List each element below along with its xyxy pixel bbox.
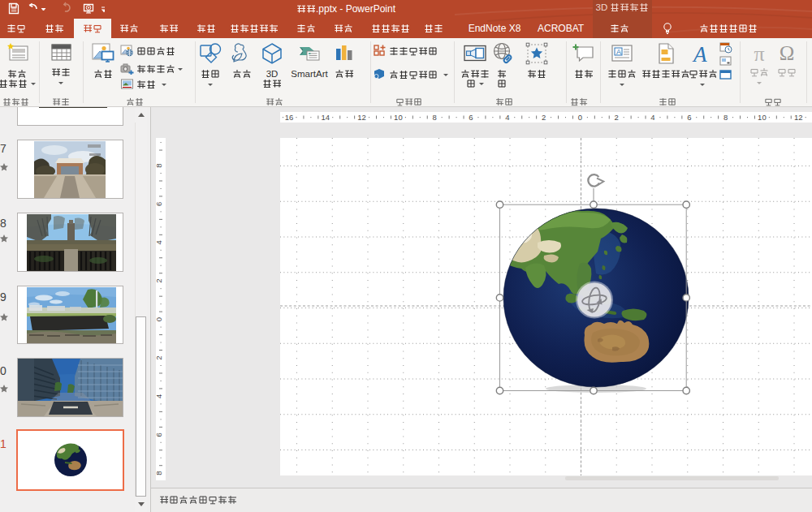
svg-text:A: A xyxy=(692,42,707,65)
svg-text:6: 6 xyxy=(156,432,163,437)
svg-text:2: 2 xyxy=(542,113,546,122)
svg-text:4: 4 xyxy=(156,394,163,398)
svg-text:6: 6 xyxy=(156,202,163,206)
svg-text:14: 14 xyxy=(322,113,330,122)
svg-text:6: 6 xyxy=(687,113,691,122)
svg-text:2: 2 xyxy=(156,355,163,359)
svg-text:4: 4 xyxy=(505,113,509,122)
svg-text:0: 0 xyxy=(578,113,582,122)
svg-text:10: 10 xyxy=(394,113,403,122)
svg-text:8: 8 xyxy=(156,471,163,475)
svg-text:10: 10 xyxy=(758,113,767,122)
svg-text:0: 0 xyxy=(156,317,163,321)
svg-text:8: 8 xyxy=(723,113,728,122)
svg-text:2: 2 xyxy=(156,279,163,283)
svg-text:2: 2 xyxy=(615,113,619,122)
svg-text:12: 12 xyxy=(357,113,366,122)
svg-text:8: 8 xyxy=(433,113,437,122)
svg-text:4: 4 xyxy=(650,113,654,122)
svg-text:12: 12 xyxy=(794,113,803,122)
svg-text:4: 4 xyxy=(156,240,163,244)
svg-text:16: 16 xyxy=(285,113,294,122)
svg-text:A: A xyxy=(616,48,621,56)
svg-text:8: 8 xyxy=(156,163,163,167)
svg-text:6: 6 xyxy=(469,113,473,122)
